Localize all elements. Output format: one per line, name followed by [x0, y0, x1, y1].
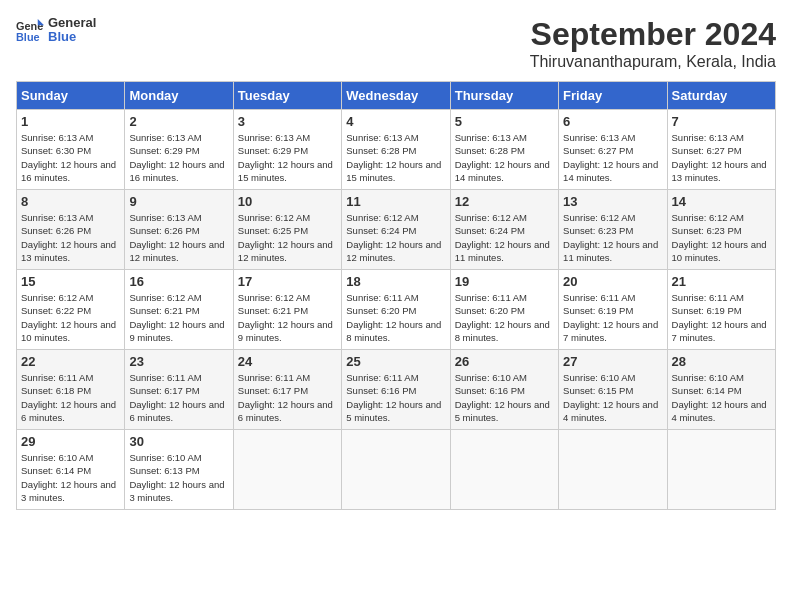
- day-info: Sunrise: 6:12 AM Sunset: 6:22 PM Dayligh…: [21, 291, 120, 344]
- day-cell-30: 30Sunrise: 6:10 AM Sunset: 6:13 PM Dayli…: [125, 430, 233, 510]
- title-area: September 2024 Thiruvananthapuram, Keral…: [530, 16, 776, 71]
- day-cell-2: 2Sunrise: 6:13 AM Sunset: 6:29 PM Daylig…: [125, 110, 233, 190]
- day-info: Sunrise: 6:13 AM Sunset: 6:29 PM Dayligh…: [129, 131, 228, 184]
- empty-cell: [233, 430, 341, 510]
- calendar-table: SundayMondayTuesdayWednesdayThursdayFrid…: [16, 81, 776, 510]
- day-info: Sunrise: 6:13 AM Sunset: 6:26 PM Dayligh…: [21, 211, 120, 264]
- day-info: Sunrise: 6:13 AM Sunset: 6:29 PM Dayligh…: [238, 131, 337, 184]
- day-cell-7: 7Sunrise: 6:13 AM Sunset: 6:27 PM Daylig…: [667, 110, 775, 190]
- logo-icon: General Blue: [16, 16, 44, 44]
- day-cell-17: 17Sunrise: 6:12 AM Sunset: 6:21 PM Dayli…: [233, 270, 341, 350]
- location-title: Thiruvananthapuram, Kerala, India: [530, 53, 776, 71]
- day-cell-10: 10Sunrise: 6:12 AM Sunset: 6:25 PM Dayli…: [233, 190, 341, 270]
- empty-cell: [559, 430, 667, 510]
- day-info: Sunrise: 6:10 AM Sunset: 6:13 PM Dayligh…: [129, 451, 228, 504]
- day-info: Sunrise: 6:12 AM Sunset: 6:21 PM Dayligh…: [129, 291, 228, 344]
- day-info: Sunrise: 6:12 AM Sunset: 6:24 PM Dayligh…: [455, 211, 554, 264]
- day-number: 26: [455, 354, 554, 369]
- day-info: Sunrise: 6:11 AM Sunset: 6:16 PM Dayligh…: [346, 371, 445, 424]
- logo-line1: General: [48, 16, 96, 30]
- day-cell-15: 15Sunrise: 6:12 AM Sunset: 6:22 PM Dayli…: [17, 270, 125, 350]
- day-cell-25: 25Sunrise: 6:11 AM Sunset: 6:16 PM Dayli…: [342, 350, 450, 430]
- day-cell-8: 8Sunrise: 6:13 AM Sunset: 6:26 PM Daylig…: [17, 190, 125, 270]
- day-number: 13: [563, 194, 662, 209]
- day-cell-5: 5Sunrise: 6:13 AM Sunset: 6:28 PM Daylig…: [450, 110, 558, 190]
- calendar-week-5: 29Sunrise: 6:10 AM Sunset: 6:14 PM Dayli…: [17, 430, 776, 510]
- empty-cell: [450, 430, 558, 510]
- day-info: Sunrise: 6:12 AM Sunset: 6:24 PM Dayligh…: [346, 211, 445, 264]
- day-cell-28: 28Sunrise: 6:10 AM Sunset: 6:14 PM Dayli…: [667, 350, 775, 430]
- day-info: Sunrise: 6:12 AM Sunset: 6:23 PM Dayligh…: [672, 211, 771, 264]
- header-thursday: Thursday: [450, 82, 558, 110]
- day-info: Sunrise: 6:12 AM Sunset: 6:23 PM Dayligh…: [563, 211, 662, 264]
- day-number: 7: [672, 114, 771, 129]
- calendar-week-2: 8Sunrise: 6:13 AM Sunset: 6:26 PM Daylig…: [17, 190, 776, 270]
- day-cell-3: 3Sunrise: 6:13 AM Sunset: 6:29 PM Daylig…: [233, 110, 341, 190]
- day-number: 18: [346, 274, 445, 289]
- day-cell-22: 22Sunrise: 6:11 AM Sunset: 6:18 PM Dayli…: [17, 350, 125, 430]
- calendar-week-4: 22Sunrise: 6:11 AM Sunset: 6:18 PM Dayli…: [17, 350, 776, 430]
- header-tuesday: Tuesday: [233, 82, 341, 110]
- day-info: Sunrise: 6:11 AM Sunset: 6:18 PM Dayligh…: [21, 371, 120, 424]
- day-number: 19: [455, 274, 554, 289]
- calendar-week-1: 1Sunrise: 6:13 AM Sunset: 6:30 PM Daylig…: [17, 110, 776, 190]
- day-cell-21: 21Sunrise: 6:11 AM Sunset: 6:19 PM Dayli…: [667, 270, 775, 350]
- day-number: 8: [21, 194, 120, 209]
- day-number: 3: [238, 114, 337, 129]
- day-number: 14: [672, 194, 771, 209]
- day-cell-18: 18Sunrise: 6:11 AM Sunset: 6:20 PM Dayli…: [342, 270, 450, 350]
- day-cell-26: 26Sunrise: 6:10 AM Sunset: 6:16 PM Dayli…: [450, 350, 558, 430]
- day-info: Sunrise: 6:11 AM Sunset: 6:19 PM Dayligh…: [672, 291, 771, 344]
- day-info: Sunrise: 6:10 AM Sunset: 6:15 PM Dayligh…: [563, 371, 662, 424]
- calendar-week-3: 15Sunrise: 6:12 AM Sunset: 6:22 PM Dayli…: [17, 270, 776, 350]
- day-number: 12: [455, 194, 554, 209]
- header-sunday: Sunday: [17, 82, 125, 110]
- day-number: 11: [346, 194, 445, 209]
- day-number: 6: [563, 114, 662, 129]
- empty-cell: [667, 430, 775, 510]
- day-header-row: SundayMondayTuesdayWednesdayThursdayFrid…: [17, 82, 776, 110]
- day-number: 22: [21, 354, 120, 369]
- logo: General Blue General Blue: [16, 16, 96, 45]
- month-title: September 2024: [530, 16, 776, 53]
- day-number: 30: [129, 434, 228, 449]
- day-number: 29: [21, 434, 120, 449]
- day-cell-19: 19Sunrise: 6:11 AM Sunset: 6:20 PM Dayli…: [450, 270, 558, 350]
- logo-text: General Blue: [48, 16, 96, 45]
- day-number: 28: [672, 354, 771, 369]
- day-info: Sunrise: 6:13 AM Sunset: 6:27 PM Dayligh…: [672, 131, 771, 184]
- day-cell-4: 4Sunrise: 6:13 AM Sunset: 6:28 PM Daylig…: [342, 110, 450, 190]
- day-cell-6: 6Sunrise: 6:13 AM Sunset: 6:27 PM Daylig…: [559, 110, 667, 190]
- day-cell-11: 11Sunrise: 6:12 AM Sunset: 6:24 PM Dayli…: [342, 190, 450, 270]
- day-info: Sunrise: 6:11 AM Sunset: 6:19 PM Dayligh…: [563, 291, 662, 344]
- day-info: Sunrise: 6:12 AM Sunset: 6:25 PM Dayligh…: [238, 211, 337, 264]
- empty-cell: [342, 430, 450, 510]
- day-info: Sunrise: 6:12 AM Sunset: 6:21 PM Dayligh…: [238, 291, 337, 344]
- day-info: Sunrise: 6:11 AM Sunset: 6:20 PM Dayligh…: [346, 291, 445, 344]
- day-info: Sunrise: 6:13 AM Sunset: 6:26 PM Dayligh…: [129, 211, 228, 264]
- header-friday: Friday: [559, 82, 667, 110]
- day-cell-24: 24Sunrise: 6:11 AM Sunset: 6:17 PM Dayli…: [233, 350, 341, 430]
- day-info: Sunrise: 6:13 AM Sunset: 6:28 PM Dayligh…: [455, 131, 554, 184]
- day-cell-23: 23Sunrise: 6:11 AM Sunset: 6:17 PM Dayli…: [125, 350, 233, 430]
- day-number: 16: [129, 274, 228, 289]
- header-saturday: Saturday: [667, 82, 775, 110]
- day-info: Sunrise: 6:10 AM Sunset: 6:16 PM Dayligh…: [455, 371, 554, 424]
- day-number: 25: [346, 354, 445, 369]
- day-number: 1: [21, 114, 120, 129]
- svg-text:Blue: Blue: [16, 31, 40, 43]
- day-number: 21: [672, 274, 771, 289]
- day-number: 15: [21, 274, 120, 289]
- day-number: 9: [129, 194, 228, 209]
- day-info: Sunrise: 6:11 AM Sunset: 6:17 PM Dayligh…: [129, 371, 228, 424]
- logo-line2: Blue: [48, 30, 96, 44]
- day-number: 27: [563, 354, 662, 369]
- day-number: 4: [346, 114, 445, 129]
- header: General Blue General Blue September 2024…: [16, 16, 776, 71]
- day-cell-20: 20Sunrise: 6:11 AM Sunset: 6:19 PM Dayli…: [559, 270, 667, 350]
- day-number: 17: [238, 274, 337, 289]
- day-cell-14: 14Sunrise: 6:12 AM Sunset: 6:23 PM Dayli…: [667, 190, 775, 270]
- day-cell-1: 1Sunrise: 6:13 AM Sunset: 6:30 PM Daylig…: [17, 110, 125, 190]
- day-number: 2: [129, 114, 228, 129]
- day-info: Sunrise: 6:11 AM Sunset: 6:17 PM Dayligh…: [238, 371, 337, 424]
